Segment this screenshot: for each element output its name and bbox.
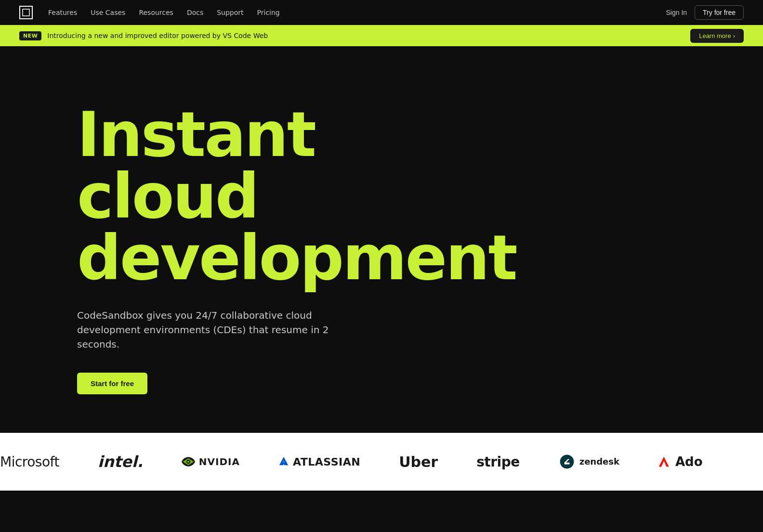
- chevron-right-icon: ›: [733, 32, 735, 39]
- learn-more-label: Learn more: [699, 32, 731, 39]
- logo-zendesk: zendesk: [558, 453, 619, 470]
- logo-icon[interactable]: [19, 6, 33, 19]
- start-free-button[interactable]: Start for free: [77, 373, 147, 394]
- nav-links: Features Use Cases Resources Docs Suppor…: [48, 9, 280, 16]
- svg-rect-0: [23, 9, 29, 16]
- logo-stripe: stripe: [476, 454, 520, 470]
- hero-headline: Instant cloud development: [77, 104, 472, 289]
- nav-link-pricing[interactable]: Pricing: [257, 9, 280, 16]
- svg-point-2: [187, 461, 189, 463]
- logo-microsoft: Microsoft: [0, 454, 59, 470]
- navbar-right: Sign In Try for free: [666, 5, 744, 20]
- logo-nvidia: NVIDIA: [182, 456, 240, 467]
- nav-link-use-cases[interactable]: Use Cases: [91, 9, 125, 16]
- learn-more-button[interactable]: Learn more ›: [690, 29, 744, 43]
- navbar: Features Use Cases Resources Docs Suppor…: [0, 0, 763, 25]
- navbar-left: Features Use Cases Resources Docs Suppor…: [19, 6, 280, 19]
- hero-subtext: CodeSandbox gives you 24/7 collaborative…: [77, 308, 337, 351]
- logo-atlassian: ATLASSIAN: [278, 456, 360, 468]
- logo-intel: intel.: [98, 453, 143, 471]
- logos-track: Microsoft intel. NVIDIA: [0, 453, 703, 471]
- try-free-button[interactable]: Try for free: [695, 5, 744, 20]
- announcement-banner: New Introducing a new and improved edito…: [0, 25, 763, 46]
- logo-uber: Uber: [399, 454, 438, 470]
- hero-section: Instant cloud development CodeSandbox gi…: [0, 46, 763, 433]
- nav-link-docs[interactable]: Docs: [187, 9, 203, 16]
- banner-left: New Introducing a new and improved edito…: [19, 31, 268, 40]
- logo-adobe: Ado: [658, 454, 703, 469]
- nav-link-support[interactable]: Support: [217, 9, 243, 16]
- banner-text: Introducing a new and improved editor po…: [47, 32, 268, 39]
- sign-in-button[interactable]: Sign In: [666, 9, 687, 16]
- hero-headline-line1: Instant cloud: [77, 99, 315, 232]
- nav-link-resources[interactable]: Resources: [139, 9, 173, 16]
- hero-headline-line2: development: [77, 222, 516, 294]
- nav-link-features[interactable]: Features: [48, 9, 77, 16]
- logos-section: Microsoft intel. NVIDIA: [0, 433, 763, 491]
- new-badge: New: [19, 31, 41, 40]
